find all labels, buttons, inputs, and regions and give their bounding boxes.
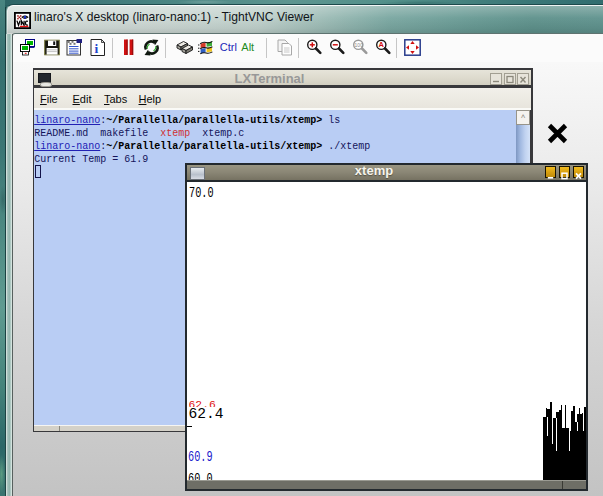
svg-text:100: 100: [354, 42, 363, 48]
svg-text:i: i: [95, 41, 99, 56]
svg-text:A: A: [378, 40, 384, 49]
